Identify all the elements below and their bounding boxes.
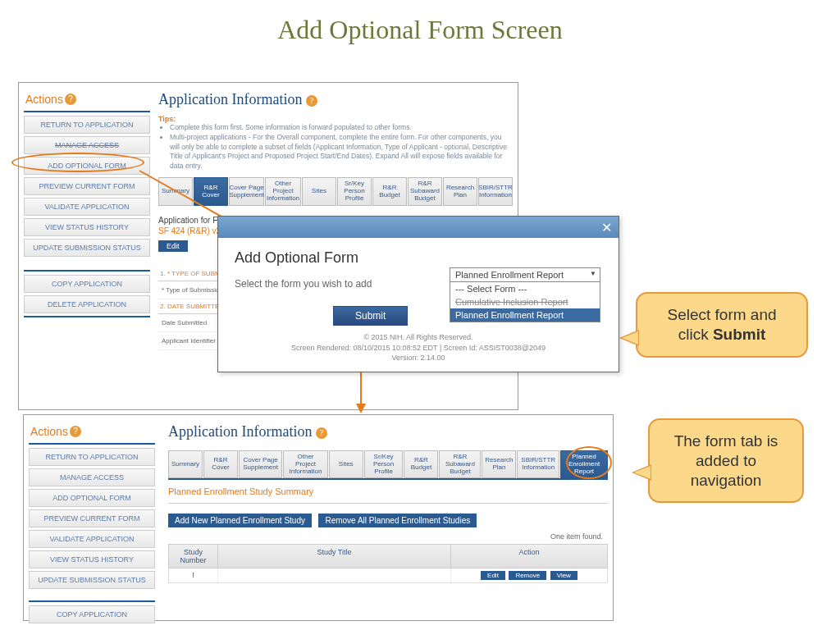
- help-icon[interactable]: ?: [70, 426, 81, 437]
- preview-current-form-button[interactable]: PREVIEW CURRENT FORM: [29, 509, 155, 527]
- tips-label: Tips:: [158, 115, 513, 123]
- edit-button[interactable]: Edit: [158, 240, 188, 252]
- tab-rr-cover[interactable]: R&R Cover: [194, 177, 228, 205]
- tip-item: Complete this form first. Some informati…: [170, 123, 513, 132]
- remove-row-button[interactable]: Remove: [509, 571, 546, 580]
- tabs-bottom: Summary R&R Cover Cover Page Supplement …: [168, 450, 608, 478]
- tab-research-plan[interactable]: Research Plan: [482, 450, 516, 478]
- return-to-application-button[interactable]: RETURN TO APPLICATION: [29, 448, 155, 466]
- manage-access-button[interactable]: MANAGE ACCESS: [29, 468, 155, 486]
- planned-enrollment-summary-title: Planned Enrollment Study Summary: [168, 486, 608, 496]
- tab-sr-key-person-profile[interactable]: Sr/Key Person Profile: [337, 177, 372, 205]
- dropdown-list: --- Select Form --- Cumulative Inclusion…: [450, 282, 600, 322]
- sidebar-bottom: Actions? RETURN TO APPLICATION MANAGE AC…: [29, 420, 155, 626]
- help-icon[interactable]: ?: [316, 427, 327, 439]
- tab-research-plan[interactable]: Research Plan: [443, 177, 477, 205]
- item-count-label: One item found.: [168, 532, 603, 541]
- cell-warning-icon: !: [169, 568, 218, 582]
- edit-row-button[interactable]: Edit: [481, 571, 505, 580]
- tab-cover-page-supplement[interactable]: Cover Page Supplement: [229, 177, 264, 205]
- dropdown-option[interactable]: --- Select Form ---: [450, 282, 600, 295]
- help-icon[interactable]: ?: [306, 95, 317, 107]
- tab-sites[interactable]: Sites: [302, 177, 336, 205]
- tab-rr-subaward-budget[interactable]: R&R Subaward Budget: [439, 450, 481, 478]
- dialog-header: ✕: [218, 217, 619, 238]
- update-submission-status-button[interactable]: UPDATE SUBMISSION STATUS: [24, 239, 150, 257]
- tab-summary[interactable]: Summary: [168, 450, 203, 478]
- submit-button[interactable]: Submit: [333, 306, 408, 326]
- tab-sites[interactable]: Sites: [329, 450, 363, 478]
- actions-heading: Actions?: [24, 88, 150, 109]
- preview-current-form-button[interactable]: PREVIEW CURRENT FORM: [24, 177, 150, 195]
- oval-tab-added: [566, 446, 612, 479]
- tab-rr-cover[interactable]: R&R Cover: [203, 450, 238, 478]
- return-to-application-button[interactable]: RETURN TO APPLICATION: [24, 116, 150, 134]
- tab-rr-budget[interactable]: R&R Budget: [372, 177, 407, 205]
- tip-item: Multi-project applications - For the Ove…: [170, 133, 513, 171]
- tab-sr-key-person-profile[interactable]: Sr/Key Person Profile: [364, 450, 404, 478]
- col-action: Action: [451, 545, 607, 568]
- help-icon[interactable]: ?: [65, 94, 76, 105]
- section-title: Application Information ?: [168, 420, 608, 444]
- section-title: Application Information ?: [158, 88, 513, 112]
- page-title: Add Optional Form Screen: [0, 0, 840, 55]
- view-status-history-button[interactable]: VIEW STATUS HISTORY: [29, 550, 155, 568]
- copy-application-button[interactable]: COPY APPLICATION: [24, 275, 150, 293]
- col-study-number: Study Number: [169, 545, 218, 568]
- tab-summary[interactable]: Summary: [158, 177, 193, 205]
- add-optional-form-dialog: ✕ Add Optional Form Select the form you …: [217, 216, 619, 372]
- table-row: ! Edit Remove View: [168, 568, 608, 583]
- sidebar-top: Actions? RETURN TO APPLICATION MANAGE AC…: [24, 88, 150, 321]
- callout-select-submit: Select form and click Submit: [636, 292, 808, 358]
- callout-tab-added: The form tab is added to navigation: [648, 418, 804, 503]
- validate-application-button[interactable]: VALIDATE APPLICATION: [29, 530, 155, 548]
- dialog-title: Add Optional Form: [235, 249, 602, 267]
- tab-other-project-information[interactable]: Other Project Information: [265, 177, 301, 205]
- tab-sbir-sttr-information[interactable]: SBIR/STTR Information: [517, 450, 559, 478]
- tab-cover-page-supplement[interactable]: Cover Page Supplement: [239, 450, 282, 478]
- manage-access-button[interactable]: MANAGE ACCESS: [24, 136, 150, 154]
- view-status-history-button[interactable]: VIEW STATUS HISTORY: [24, 218, 150, 236]
- delete-application-button[interactable]: DELETE APPLICATION: [24, 295, 150, 313]
- dropdown-option[interactable]: Cumulative Inclusion Report: [450, 295, 600, 308]
- validate-application-button[interactable]: VALIDATE APPLICATION: [24, 198, 150, 216]
- dialog-footer: © 2015 NIH. All Rights Reserved. Screen …: [235, 332, 602, 363]
- form-select-dropdown[interactable]: Planned Enrollment Report --- Select For…: [450, 267, 600, 322]
- content-bottom: Application Information ? Summary R&R Co…: [168, 420, 608, 583]
- tab-other-project-information[interactable]: Other Project Information: [283, 450, 327, 478]
- view-row-button[interactable]: View: [550, 571, 578, 580]
- update-submission-status-button[interactable]: UPDATE SUBMISSION STATUS: [29, 571, 155, 589]
- remove-all-studies-button[interactable]: Remove All Planned Enrollment Studies: [318, 514, 477, 527]
- close-icon[interactable]: ✕: [601, 220, 612, 235]
- copy-application-button[interactable]: COPY APPLICATION: [29, 605, 155, 623]
- add-new-study-button[interactable]: Add New Planned Enrollment Study: [168, 514, 312, 527]
- bottom-panel: Actions? RETURN TO APPLICATION MANAGE AC…: [23, 414, 614, 621]
- col-study-title: Study Title: [218, 545, 451, 568]
- tips-list: Complete this form first. Some informati…: [162, 123, 513, 171]
- study-table: Study Number Study Title Action ! Edit R…: [168, 544, 608, 583]
- cell-study-title: [218, 568, 451, 582]
- actions-heading: Actions?: [29, 420, 155, 441]
- oval-add-optional-form: [11, 153, 144, 172]
- tab-rr-subaward-budget[interactable]: R&R Subaward Budget: [408, 177, 442, 205]
- add-optional-form-button[interactable]: ADD OPTIONAL FORM: [29, 489, 155, 507]
- tab-rr-budget[interactable]: R&R Budget: [404, 450, 438, 478]
- tabs-top: Summary R&R Cover Cover Page Supplement …: [158, 177, 513, 205]
- dropdown-selected[interactable]: Planned Enrollment Report: [450, 267, 600, 282]
- tab-sbir-sttr-information[interactable]: SBIR/STTR Information: [478, 177, 513, 205]
- dropdown-option[interactable]: Planned Enrollment Report: [450, 308, 600, 322]
